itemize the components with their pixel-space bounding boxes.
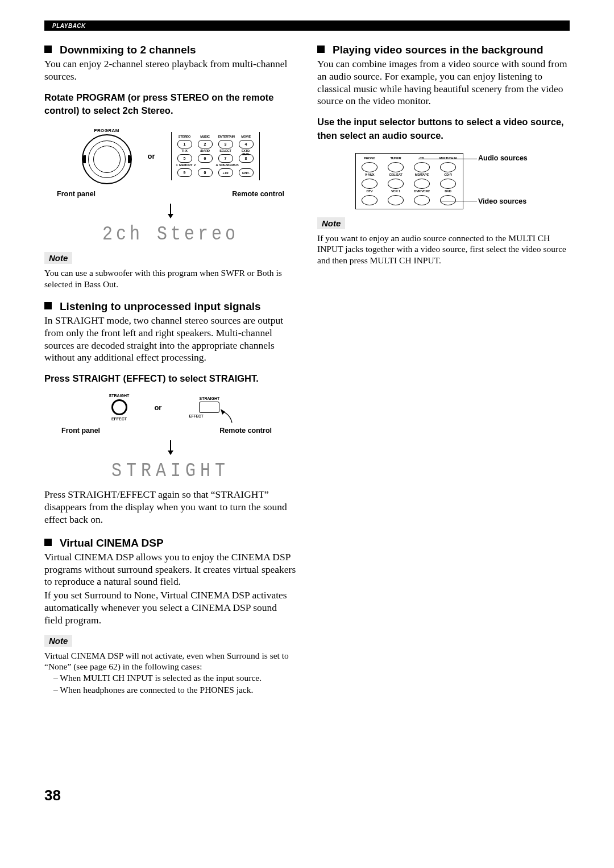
- note-text: If you want to enjoy an audio source con…: [317, 233, 570, 266]
- body-text: You can combine images from a video sour…: [317, 58, 570, 108]
- dial-label: PROGRAM: [82, 128, 132, 133]
- caption-front-panel: Front panel: [61, 427, 100, 435]
- video-sources-label: Video sources: [478, 197, 526, 205]
- leader-line: [441, 201, 477, 201]
- pointer-arrow-icon: [217, 409, 234, 424]
- svg-marker-1: [168, 214, 173, 218]
- left-column: Downmixing to 2 channels You can enjoy 2…: [44, 33, 297, 804]
- right-column: Playing video sources in the background …: [317, 33, 570, 804]
- leader-line: [418, 159, 477, 159]
- source-button-icon: [414, 179, 430, 189]
- source-button-icon: [414, 162, 430, 172]
- source-button-icon: [440, 195, 456, 205]
- source-button-icon: [440, 162, 456, 172]
- note-label: Note: [317, 217, 345, 229]
- section-title-virtual-cinema: Virtual CINEMA DSP: [60, 536, 164, 550]
- straight-label: STRAIGHT: [186, 396, 232, 400]
- figure-straight-effect: STRAIGHT EFFECT or STRAIGHT EFFECT: [44, 394, 297, 421]
- caption-remote-control: Remote control: [219, 427, 272, 435]
- figure-program-dial-and-keypad: PROGRAM or STEREO1 MUSIC2 ENTERTAIN3 MOV…: [44, 128, 297, 184]
- lcd-display-text: STRAIGHT: [44, 460, 297, 482]
- section-title-unprocessed: Listening to unprocessed input signals: [60, 300, 261, 313]
- source-button-icon: [388, 195, 404, 205]
- body-text: In STRAIGHT mode, two channel stereo sou…: [44, 315, 297, 365]
- straight-button-icon: [111, 399, 127, 415]
- arrow-down-icon: [44, 440, 297, 458]
- or-label: or: [148, 152, 155, 160]
- svg-marker-4: [168, 450, 173, 455]
- bullet-square: [44, 302, 52, 309]
- note-label: Note: [44, 252, 72, 264]
- list-item: – When headphones are connected to the P…: [44, 684, 297, 696]
- bullet-square: [44, 539, 52, 546]
- source-button-icon: [362, 179, 377, 189]
- note-label: Note: [44, 635, 72, 647]
- body-text: Virtual CINEMA DSP allows you to enjoy t…: [44, 551, 297, 589]
- or-label: or: [154, 403, 161, 412]
- source-button-icon: [362, 162, 377, 172]
- source-button-icon: [414, 195, 430, 205]
- arrow-down-icon: [44, 204, 297, 221]
- caption-remote-control: Remote control: [232, 190, 284, 198]
- source-button-icon: [388, 179, 404, 189]
- page-number: 38: [44, 787, 297, 804]
- svg-marker-2: [221, 409, 225, 415]
- bullet-square: [317, 46, 325, 53]
- list-item: – When MULTI CH INPUT is selected as the…: [44, 672, 297, 684]
- note-text: You can use a subwoofer with this progra…: [44, 267, 297, 290]
- section-title-downmixing: Downmixing to 2 channels: [60, 43, 196, 57]
- lcd-display-text: 2ch Stereo: [44, 224, 297, 246]
- bullet-square: [44, 46, 52, 53]
- source-button-icon: [440, 179, 456, 189]
- source-button-icon: [362, 195, 377, 205]
- remote-straight-button-icon: [199, 402, 219, 413]
- instruction-text: Use the input selector buttons to select…: [317, 115, 570, 143]
- header-chip: PLAYBACK: [44, 23, 86, 29]
- remote-keypad-icon: STEREO1 MUSIC2 ENTERTAIN3 MOVIE4 THX5 /D…: [171, 132, 260, 180]
- figure-input-selector: PHONO TUNER CD MULTI CH IN V-AUX CBL/SAT…: [350, 153, 537, 209]
- body-text: You can enjoy 2-channel stereo playback …: [44, 58, 297, 83]
- caption-front-panel: Front panel: [57, 190, 96, 198]
- audio-sources-label: Audio sources: [478, 154, 528, 162]
- source-button-icon: [388, 162, 404, 172]
- straight-label: STRAIGHT: [109, 394, 130, 398]
- body-text: Press STRAIGHT/EFFECT again so that “STR…: [44, 489, 297, 526]
- instruction-text: Rotate PROGRAM (or press STEREO on the r…: [44, 91, 297, 118]
- effect-label: EFFECT: [109, 417, 130, 421]
- header-bar: PLAYBACK: [44, 20, 570, 31]
- body-text: If you set Surround to None, Virtual CIN…: [44, 589, 297, 627]
- instruction-text: Press STRAIGHT (EFFECT) to select STRAIG…: [44, 372, 297, 386]
- program-dial-icon: [82, 134, 132, 184]
- section-title-video-background: Playing video sources in the background: [333, 43, 544, 57]
- note-text: Virtual CINEMA DSP will not activate, ev…: [44, 650, 297, 672]
